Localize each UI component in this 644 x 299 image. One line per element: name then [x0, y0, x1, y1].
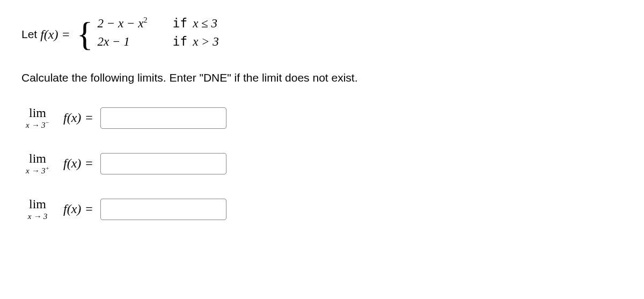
equals-sign: = — [85, 156, 93, 171]
piece-row-1: 2 − x − x2 ifx ≤ 3 — [97, 16, 218, 34]
piecewise-cases: 2 − x − x2 ifx ≤ 3 2x − 1 ifx > 3 — [97, 16, 218, 53]
limit-subscript-two-sided: x → 3 — [28, 210, 48, 221]
limit-two-sided-input[interactable] — [100, 199, 226, 220]
fx-label: f(x) — [63, 202, 81, 216]
limit-row-left: lim x → 3− f(x) = — [21, 106, 623, 130]
piece2-condition: ifx > 3 — [172, 34, 218, 49]
limit-right-input[interactable] — [100, 153, 226, 174]
function-definition: Let f(x) = { 2 − x − x2 ifx ≤ 3 2x − 1 i… — [21, 16, 623, 53]
lim-label: lim — [29, 197, 46, 212]
fx-label: f(x) — [63, 156, 81, 171]
piece1-expression: 2 − x − x2 — [97, 16, 172, 31]
fx-label: f(x) — [63, 111, 81, 125]
let-label: Let — [21, 28, 37, 41]
piece2-expression: 2x − 1 — [97, 35, 172, 49]
piecewise-brace: { — [77, 18, 93, 50]
fx-equals: f(x) = — [40, 27, 70, 42]
limit-left-input[interactable] — [100, 107, 226, 129]
limit-subscript-left: x → 3− — [26, 119, 49, 130]
lim-label: lim — [29, 151, 46, 166]
limit-operator-right: lim x → 3+ — [21, 151, 54, 176]
equals-sign: = — [85, 202, 93, 216]
limit-row-two-sided: lim x → 3 f(x) = — [21, 197, 623, 221]
limit-row-right: lim x → 3+ f(x) = — [21, 151, 623, 176]
limit-operator-two-sided: lim x → 3 — [21, 197, 54, 221]
lim-label: lim — [29, 106, 46, 120]
instruction-text: Calculate the following limits. Enter "D… — [21, 71, 623, 84]
limit-operator-left: lim x → 3− — [21, 106, 54, 130]
limit-subscript-right: x → 3+ — [26, 165, 49, 176]
piece1-condition: ifx ≤ 3 — [172, 16, 217, 31]
equals-sign: = — [85, 111, 93, 125]
piece-row-2: 2x − 1 ifx > 3 — [97, 34, 218, 53]
